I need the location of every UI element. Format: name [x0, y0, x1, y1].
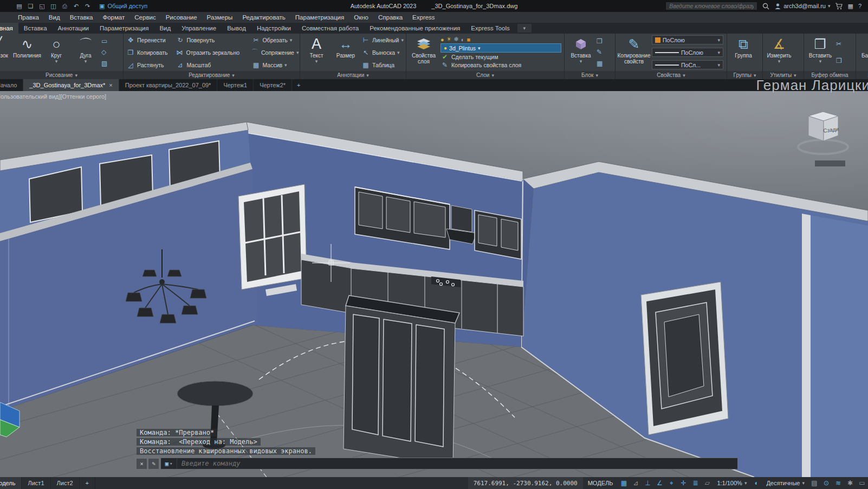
new-tab-button[interactable]: +	[292, 79, 305, 91]
lineweight-select[interactable]: ПоСл... ▾	[652, 60, 723, 69]
layers-panel-label[interactable]: Слои▾	[406, 71, 564, 79]
ortho-toggle[interactable]: ⊥	[642, 477, 653, 489]
open-file-icon[interactable]: ◱	[37, 2, 47, 11]
otrack-toggle[interactable]: ✛	[677, 477, 689, 489]
app-menu-icon[interactable]: ▤	[14, 2, 24, 11]
linetype-select[interactable]: ПоСлою ▾	[652, 48, 723, 57]
ribbon-tab-output[interactable]: Вывод	[222, 23, 251, 34]
file-tab-project[interactable]: Проект квартиры_2022_07_09*	[119, 79, 218, 91]
command-input-bar[interactable]: ▣▾	[160, 458, 738, 469]
file-tab-drawing2[interactable]: Чертеж2*	[254, 79, 292, 91]
layer-properties-button[interactable]: Свойства слоя	[408, 35, 439, 70]
recent-commands-icon[interactable]: ▣▾	[161, 458, 177, 469]
layout-tab-model[interactable]: Модель	[0, 477, 22, 489]
dimension-button[interactable]: ↔ Размер	[331, 35, 360, 70]
circle-button[interactable]: ○ Круг ▾	[42, 35, 71, 70]
menu-format[interactable]: Формат	[98, 12, 129, 23]
layout-tab-list1[interactable]: Лист1	[22, 477, 50, 489]
account-menu[interactable]: arch3d@mail.ru ▾	[774, 3, 830, 10]
plot-icon[interactable]: ⎙	[60, 2, 70, 11]
insert-block-button[interactable]: Вставка ▾	[566, 35, 595, 70]
units-button[interactable]: Десятичные ▾	[762, 477, 808, 489]
share-button[interactable]: ▣ Общий доступ	[99, 3, 147, 10]
osnap-toggle[interactable]: ⌖	[665, 477, 677, 489]
layer-lock-icon[interactable]: ◐	[461, 36, 465, 43]
paste-button[interactable]: ❐ Вставить ▾	[806, 35, 835, 70]
menu-tools[interactable]: Сервис	[129, 12, 160, 23]
polyline-button[interactable]: ∿ Полилиния	[12, 35, 42, 70]
layer-off-icon[interactable]: ●	[441, 36, 444, 43]
file-tab-gostinaya[interactable]: _3D_Gostinaya_for_3Dmax* ×	[23, 79, 119, 91]
customization-button[interactable]: ✱	[844, 477, 856, 489]
snap-toggle[interactable]: ⊿	[630, 477, 642, 489]
leader-button[interactable]: ↖Выноска▾	[361, 48, 404, 57]
viewcube-menu[interactable]	[815, 160, 845, 166]
clean-screen-button[interactable]: ▭	[856, 477, 868, 489]
menu-window[interactable]: Окно	[349, 12, 373, 23]
help-icon[interactable]: ?	[858, 3, 861, 9]
help-search-box[interactable]	[665, 2, 757, 10]
hardware-acceleration-toggle[interactable]: ≋	[832, 477, 844, 489]
file-tab-drawing1[interactable]: Чертеж1	[217, 79, 254, 91]
lineweight-toggle[interactable]: ▱	[701, 477, 713, 489]
apps-icon[interactable]: ▦	[847, 3, 853, 10]
text-button[interactable]: А Текст ▾	[302, 35, 331, 70]
ribbon-tab-manage[interactable]: Управление	[176, 23, 222, 34]
annotation-panel-label[interactable]: Аннотации▾	[300, 71, 406, 79]
ribbon-tab-parametric[interactable]: Параметризация	[94, 23, 154, 34]
menu-insert[interactable]: Вставка	[65, 12, 98, 23]
ribbon-tab-featured-apps[interactable]: Рекомендованные приложения	[364, 23, 465, 34]
object-color-select[interactable]: ПоСлою ▾	[652, 35, 723, 44]
viewport-controls-label[interactable]: [Пользовательский вид][Оттенки серого]	[0, 93, 106, 100]
match-layer-button[interactable]: ✎ Копировать свойства слоя	[441, 61, 561, 69]
ribbon-tab-annotate[interactable]: Аннотации	[53, 23, 94, 34]
menu-view[interactable]: Вид	[44, 12, 65, 23]
measure-button[interactable]: ∡ Измерить ▾	[765, 35, 794, 70]
ribbon-tab-express-tools[interactable]: Express Tools	[465, 23, 515, 34]
menu-draw[interactable]: Рисование	[161, 12, 202, 23]
search-icon[interactable]	[762, 3, 769, 10]
save-file-icon[interactable]: ◫	[48, 2, 59, 11]
layer-on-icon[interactable]: ☀	[446, 36, 452, 43]
quick-properties-toggle[interactable]: ▤	[808, 477, 820, 489]
ribbon-tab-home[interactable]: Главная	[0, 23, 18, 34]
block-attributes-icon[interactable]: ✎	[597, 48, 603, 56]
new-layout-button[interactable]: +	[80, 477, 95, 489]
block-panel-label[interactable]: Блок▾	[565, 71, 615, 79]
command-input[interactable]	[177, 460, 737, 467]
ribbon-tab-view[interactable]: Вид	[154, 23, 176, 34]
annotation-scale-button[interactable]: 1:1/100% ▾	[713, 477, 750, 489]
undo-icon[interactable]: ↶	[71, 2, 81, 11]
polar-toggle[interactable]: ∠	[653, 477, 665, 489]
block-edit-icon[interactable]: ❐	[597, 37, 603, 45]
dim-linear-button[interactable]: ⊢Линейный▾	[361, 35, 404, 44]
mirror-button[interactable]: ⋈Отразить зеркально	[175, 49, 248, 56]
stretch-button[interactable]: ◿Растянуть	[126, 61, 173, 69]
layer-color-icon[interactable]: ■	[467, 36, 470, 43]
move-button[interactable]: ✥Перенести	[126, 36, 173, 44]
layer-dropdown[interactable]: ● 3d_Plintus ▾	[441, 43, 561, 53]
menu-modify[interactable]: Редактировать	[237, 12, 290, 23]
new-file-icon[interactable]: ❏	[25, 2, 36, 11]
file-tab-start[interactable]: Начало	[0, 79, 23, 91]
layout-tab-list2[interactable]: Лист2	[51, 477, 80, 489]
rectangle-icon[interactable]: ▭	[101, 37, 107, 45]
isolate-objects-button[interactable]: ⊙	[820, 477, 832, 489]
properties-panel-label[interactable]: Свойства▾	[616, 71, 727, 79]
base-view-button[interactable]: ⌂ Базовый	[858, 35, 868, 70]
make-current-button[interactable]: ✔ Сделать текущим	[441, 53, 561, 61]
help-search-input[interactable]	[669, 3, 754, 9]
line-button[interactable]: ╱ Отрезок	[0, 35, 12, 70]
arc-button[interactable]: ⌒ Дуга ▾	[71, 35, 100, 70]
command-customize-icon[interactable]: ✎	[148, 459, 159, 469]
fillet-button[interactable]: ⌒Сопряжение▾	[250, 48, 297, 57]
draw-panel-label[interactable]: Рисование▾	[0, 71, 123, 79]
ribbon-tab-insert[interactable]: Вставка	[18, 23, 53, 34]
hatch-icon[interactable]: ▨	[101, 60, 107, 67]
copy-button[interactable]: ❐Копировать	[126, 49, 173, 56]
cart-icon[interactable]	[835, 3, 843, 10]
viewport-canvas[interactable]: Герман Ларицки [Пользовательский вид][От…	[0, 91, 868, 477]
scale-button[interactable]: ⊿Масштаб	[176, 61, 249, 69]
cut-icon[interactable]: ✂	[836, 40, 842, 48]
block-table-icon[interactable]: ▦	[597, 60, 603, 67]
